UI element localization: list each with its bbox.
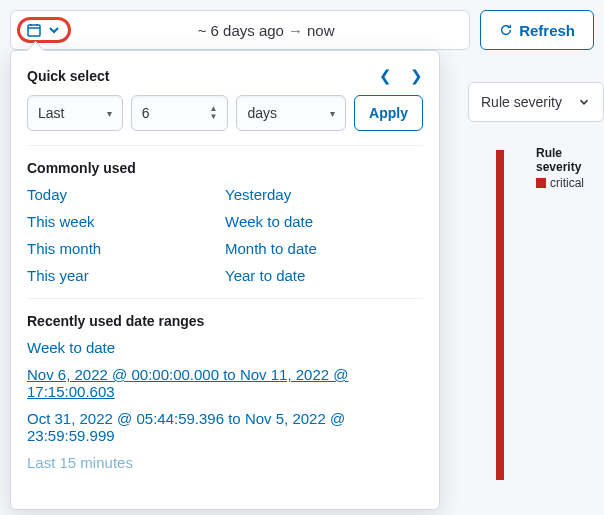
recent-range[interactable]: Last 15 minutes [27, 454, 423, 471]
date-range-text: ~ 6 days ago→now [71, 22, 461, 39]
amount-input[interactable]: 6 ▲▼ [131, 95, 229, 131]
calendar-icon [26, 22, 42, 38]
chart-legend: Rule severity critical [536, 146, 604, 190]
quick-select-prev[interactable]: ❮ [379, 67, 392, 85]
preset-yesterday[interactable]: Yesterday [225, 186, 423, 203]
quick-select-next[interactable]: ❯ [410, 67, 423, 85]
tense-select[interactable]: Last▾ [27, 95, 123, 131]
chart-bar [496, 150, 504, 480]
legend-swatch-critical [536, 178, 546, 188]
preset-today[interactable]: Today [27, 186, 225, 203]
refresh-icon [499, 23, 513, 37]
preset-week-to-date[interactable]: Week to date [225, 213, 423, 230]
quick-select-title: Quick select [27, 68, 110, 84]
commonly-used-title: Commonly used [27, 160, 423, 176]
svg-rect-0 [28, 25, 40, 36]
preset-this-month[interactable]: This month [27, 240, 225, 257]
recent-range[interactable]: Oct 31, 2022 @ 05:44:59.396 to Nov 5, 20… [27, 410, 423, 444]
recently-used-title: Recently used date ranges [27, 313, 423, 329]
preset-this-week[interactable]: This week [27, 213, 225, 230]
chevron-down-icon [46, 22, 62, 38]
preset-year-to-date[interactable]: Year to date [225, 267, 423, 284]
recent-range[interactable]: Week to date [27, 339, 423, 356]
preset-month-to-date[interactable]: Month to date [225, 240, 423, 257]
refresh-button[interactable]: Refresh [480, 10, 594, 50]
stepper-icon: ▲▼ [210, 105, 218, 121]
apply-button[interactable]: Apply [354, 95, 423, 131]
unit-select[interactable]: days▾ [236, 95, 346, 131]
chevron-down-icon [577, 95, 591, 109]
date-picker-toggle[interactable] [17, 17, 71, 43]
preset-this-year[interactable]: This year [27, 267, 225, 284]
rule-severity-filter[interactable]: Rule severity [468, 82, 604, 122]
recent-range[interactable]: Nov 6, 2022 @ 00:00:00.000 to Nov 11, 20… [27, 366, 423, 400]
date-range-button[interactable]: ~ 6 days ago→now [10, 10, 470, 50]
date-picker-popover: Quick select ❮ ❯ Last▾ 6 ▲▼ days▾ Apply … [10, 50, 440, 510]
